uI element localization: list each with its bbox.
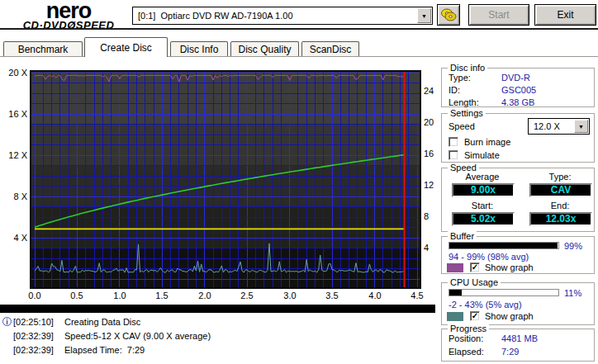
panel-title: Progress <box>448 324 489 333</box>
type-label: Type: <box>528 172 592 182</box>
average-speed-display: 9.00x <box>452 183 515 197</box>
discs-icon <box>440 7 457 22</box>
cpu-color-swatch <box>447 312 463 321</box>
nero-brand-text: nero <box>7 1 131 21</box>
tab-label: Disc Quality <box>238 44 291 55</box>
disc-info-panel: Disc info Type: DVD-R ID: GSC005 Length:… <box>441 68 595 107</box>
cpu-percent: 11% <box>564 288 581 298</box>
cpu-show-graph-label: Show graph <box>485 311 534 321</box>
disc-length-label: Length: <box>448 97 479 107</box>
disc-id-label: ID: <box>448 85 460 95</box>
speed-chart <box>30 70 421 289</box>
x-axis-tick: 3.0 <box>278 291 302 300</box>
buffer-meter-fill <box>449 243 558 248</box>
settings-panel: Settings Speed 12.0 X ▼ Burn image Simul… <box>441 113 595 163</box>
info-icon: i <box>2 317 12 326</box>
buffer-panel: Buffer 99% 94 - 99% (98% avg) Show graph <box>441 236 595 274</box>
start-speed-display: 5.02x <box>452 212 515 226</box>
buffer-color-swatch <box>447 263 463 272</box>
y-axis-tick: 8 X <box>0 191 27 201</box>
log-message: Creating Data Disc <box>64 317 140 327</box>
drive-select-arrow[interactable]: ▼ <box>417 8 431 23</box>
nero-logo: nero CD·DVDØSPEED <box>7 1 131 31</box>
tab-label: Create Disc <box>100 42 152 54</box>
tab-benchmark[interactable]: Benchmark <box>3 41 83 56</box>
cpu-usage-panel: CPU Usage 11% -2 - 43% (5% avg) Show gra… <box>441 282 595 325</box>
x-axis-tick: 2.0 <box>192 291 217 300</box>
start-label: Start: <box>450 201 515 210</box>
tab-label: Benchmark <box>18 44 69 55</box>
tab-scandisc[interactable]: ScanDisc <box>301 41 359 56</box>
tab-disc-quality[interactable]: Disc Quality <box>230 41 299 56</box>
y-axis-tick: 4 X <box>0 233 27 243</box>
average-label: Average <box>450 172 515 182</box>
log-timestamp: [02:32:39] <box>13 345 54 355</box>
x-axis-tick: 2.5 <box>235 291 259 300</box>
exit-button-label: Exit <box>557 9 573 21</box>
start-button[interactable]: Start <box>468 4 529 26</box>
position-value: 4481 MB <box>501 333 538 343</box>
panel-title: Buffer <box>448 231 477 241</box>
log-timestamp: [02:32:39] <box>13 331 54 341</box>
x-axis-tick: 4.5 <box>405 291 430 300</box>
simulate-label: Simulate <box>464 150 500 160</box>
tab-label: Disc Info <box>180 44 219 55</box>
drive-select[interactable]: [0:1] Optiarc DVD RW AD-7190A 1.00 ▼ <box>132 7 433 25</box>
x-axis-tick: 3.5 <box>320 291 344 300</box>
y-axis-tick: 12 X <box>0 150 27 160</box>
cpu-show-graph-checkbox[interactable] <box>470 311 480 321</box>
tab-disc-info[interactable]: Disc Info <box>170 41 228 56</box>
speed-select[interactable]: 12.0 X ▼ <box>528 118 590 135</box>
speed-label: Speed <box>448 121 475 131</box>
end-speed-display: 12.03x <box>529 212 592 226</box>
x-axis-tick: 1.5 <box>150 291 174 300</box>
y-axis-tick: 16 X <box>0 109 27 119</box>
log-message: Elapsed Time: 7:29 <box>64 345 145 355</box>
x-axis-tick: 4.0 <box>363 291 387 300</box>
cpu-meter <box>448 289 559 296</box>
simulate-checkbox[interactable] <box>448 150 458 160</box>
exit-button[interactable]: Exit <box>534 4 596 26</box>
log-row: [02:32:39] Elapsed Time: 7:29 <box>0 345 438 356</box>
buffer-show-graph-checkbox[interactable] <box>470 262 480 272</box>
burn-image-label: Burn image <box>464 137 510 147</box>
disc-id-value: GSC005 <box>501 85 536 95</box>
cpu-range: -2 - 43% (5% avg) <box>448 300 522 310</box>
drive-select-value: [0:1] Optiarc DVD RW AD-7190A 1.00 <box>133 11 416 21</box>
speed-select-arrow[interactable]: ▼ <box>574 120 588 133</box>
buffer-meter <box>448 242 559 249</box>
speed-chart-svg <box>31 72 420 287</box>
cpu-meter-fill <box>449 290 462 295</box>
header-divider <box>0 28 598 30</box>
end-label: End: <box>528 201 592 210</box>
progress-panel: Progress Position: 4481 MB Elapsed: 7:29 <box>441 329 595 362</box>
elapsed-value: 7:29 <box>501 347 519 357</box>
position-label: Position: <box>448 333 483 343</box>
log-timestamp: [02:25:10] <box>13 317 54 327</box>
y-axis-tick: 20 X <box>0 68 27 78</box>
tab-label: ScanDisc <box>310 44 352 55</box>
burn-image-checkbox[interactable] <box>448 137 458 147</box>
speed-type-display: CAV <box>529 183 592 197</box>
speed-panel: Speed Average Type: 9.00x CAV Start: End… <box>441 168 595 232</box>
disc-options-button[interactable] <box>437 4 460 26</box>
panel-title: Disc info <box>448 63 487 73</box>
disc-type-label: Type: <box>448 73 471 83</box>
x-axis-tick: 0.0 <box>22 291 47 300</box>
chevron-down-icon: ▼ <box>578 124 584 130</box>
panel-title: CPU Usage <box>448 277 501 287</box>
disc-type-value: DVD-R <box>501 73 530 83</box>
buffer-range: 94 - 99% (98% avg) <box>448 252 529 262</box>
panel-title: Settings <box>448 108 486 118</box>
x-axis-tick: 1.0 <box>107 291 132 300</box>
log-separator-bar <box>0 305 435 313</box>
speed-select-value: 12.0 X <box>529 121 573 131</box>
tab-create-disc[interactable]: Create Disc <box>84 37 168 57</box>
x-axis-tick: 0.5 <box>64 291 89 300</box>
buffer-show-graph-label: Show graph <box>485 262 534 272</box>
log-row: [02:32:39] Speed:5-12 X CAV (9.00 X aver… <box>0 331 438 342</box>
log-message: Speed:5-12 X CAV (9.00 X average) <box>64 331 211 341</box>
buffer-percent: 99% <box>564 241 582 251</box>
chevron-down-icon: ▼ <box>421 13 427 19</box>
log-row: i [02:25:10] Creating Data Disc <box>0 317 438 328</box>
